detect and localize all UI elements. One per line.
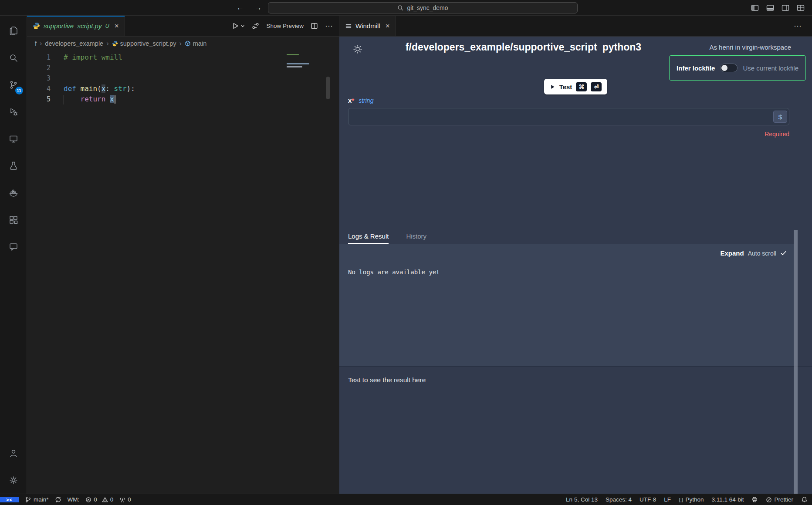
more-actions-icon[interactable]: ⋯ xyxy=(325,21,333,31)
windmill-status-item[interactable]: WM: xyxy=(68,496,80,503)
checkmark-icon[interactable] xyxy=(780,250,787,256)
minimap[interactable] xyxy=(287,54,326,69)
extensions-icon[interactable] xyxy=(0,206,27,233)
braces-icon: {;} xyxy=(679,497,683,502)
argument-name: x* xyxy=(348,97,354,104)
scm-badge: 11 xyxy=(15,87,23,94)
webview-scrollbar[interactable] xyxy=(794,230,798,494)
code-line[interactable]: 3 xyxy=(27,73,339,84)
autoscroll-label[interactable]: Auto scroll xyxy=(748,250,776,257)
ports-count: 0 xyxy=(128,496,131,503)
breadcrumb-file[interactable]: supportive_script.py xyxy=(112,40,176,47)
toggle-sidebar-left-icon[interactable] xyxy=(751,3,759,12)
breadcrumb-root[interactable]: f xyxy=(35,40,37,47)
back-arrow-icon[interactable]: ← xyxy=(237,3,244,12)
settings-gear-icon[interactable] xyxy=(0,467,27,494)
split-editor-icon[interactable] xyxy=(311,22,318,30)
status-bar-left: >< main* WM: 0 0 0 xyxy=(0,496,131,503)
search-value: git_sync_demo xyxy=(407,4,448,11)
printer-item[interactable] xyxy=(751,496,758,503)
expand-button[interactable]: Expand xyxy=(720,249,744,257)
test-button[interactable]: Test ⌘ ⏎ xyxy=(544,79,608,94)
cursor-position-item[interactable]: Ln 5, Col 13 xyxy=(566,496,598,503)
toggle-sidebar-right-icon[interactable] xyxy=(781,3,790,12)
python-interpreter-item[interactable]: 3.11.1 64-bit xyxy=(711,496,744,503)
line-number[interactable]: 5 xyxy=(27,94,51,104)
warning-icon xyxy=(102,497,108,503)
windmill-tab-bar: Windmill × ⋯ xyxy=(339,16,812,37)
lockfile-toggle[interactable] xyxy=(720,64,738,72)
cmd-key-icon: ⌘ xyxy=(576,82,587,91)
search-sidebar-icon[interactable] xyxy=(0,44,27,71)
breadcrumb-separator: › xyxy=(40,40,42,47)
vscode-window: ← → git_sync_demo 11 xyxy=(0,0,812,505)
command-center-search[interactable]: git_sync_demo xyxy=(268,2,578,13)
toggle-panel-bottom-icon[interactable] xyxy=(766,3,775,12)
account-icon[interactable] xyxy=(0,440,27,467)
git-branch-item[interactable]: main* xyxy=(25,496,49,503)
breadcrumb-file-label: supportive_script.py xyxy=(120,40,176,47)
explorer-icon[interactable] xyxy=(0,17,27,44)
toggle-knob xyxy=(721,65,727,71)
remote-indicator[interactable]: >< xyxy=(0,497,19,502)
code-line[interactable]: 4def main(x: str): xyxy=(27,84,339,94)
more-actions-icon[interactable]: ⋯ xyxy=(794,16,812,36)
breadcrumb-symbol[interactable]: main xyxy=(185,40,206,47)
tab-logs-result[interactable]: Logs & Result xyxy=(348,232,389,244)
run-python-file-button[interactable] xyxy=(232,22,245,30)
remote-explorer-icon[interactable] xyxy=(0,125,27,152)
code-line[interactable]: 5 return x xyxy=(27,94,339,104)
sync-item[interactable] xyxy=(55,496,61,503)
line-number[interactable]: 4 xyxy=(27,84,51,94)
eol-item[interactable]: LF xyxy=(664,496,671,503)
run-debug-icon[interactable] xyxy=(0,98,27,125)
result-panel: Test to see the result here xyxy=(339,366,812,494)
encoding-item[interactable]: UTF-8 xyxy=(639,496,656,503)
tab-supportive-script[interactable]: supportive_script.py U × xyxy=(27,16,125,36)
show-preview-button[interactable]: Show Preview xyxy=(266,23,304,29)
tab-history[interactable]: History xyxy=(406,232,426,244)
insert-variable-button[interactable]: $ xyxy=(773,111,787,123)
workspace-context: As henri in virgin-workspace xyxy=(709,44,791,51)
breadcrumb-symbol-label: main xyxy=(193,40,206,47)
notifications-item[interactable] xyxy=(801,496,808,503)
customize-layout-icon[interactable] xyxy=(796,3,805,12)
language-mode-item[interactable]: {;} Python xyxy=(679,496,704,503)
indentation-item[interactable]: Spaces: 4 xyxy=(606,496,632,503)
editor-tab-bar: supportive_script.py U × Show Preview ⋯ xyxy=(27,16,339,37)
open-changes-icon[interactable] xyxy=(252,22,259,30)
problems-item[interactable]: 0 0 xyxy=(85,496,113,503)
text-cursor xyxy=(115,95,115,104)
titlebar: ← → git_sync_demo xyxy=(0,0,812,16)
close-tab-icon[interactable]: × xyxy=(115,22,119,30)
branch-icon xyxy=(25,496,31,503)
theme-toggle-sun-icon[interactable] xyxy=(352,44,363,54)
windmill-logo-icon xyxy=(345,23,352,30)
source-control-icon[interactable]: 11 xyxy=(0,71,27,98)
result-tabs: Logs & Result History xyxy=(339,230,794,244)
close-tab-icon[interactable]: × xyxy=(386,22,390,30)
minimap-mark xyxy=(287,63,309,64)
tab-windmill[interactable]: Windmill × xyxy=(339,16,396,36)
editor-scrollbar[interactable] xyxy=(326,77,330,99)
symbol-cube-icon xyxy=(185,40,191,47)
argument-x-input[interactable] xyxy=(348,108,789,125)
play-icon xyxy=(232,22,239,30)
forward-arrow-icon[interactable]: → xyxy=(254,3,262,12)
lockfile-options: Infer lockfile Use current lockfile xyxy=(669,55,806,81)
branch-name: main* xyxy=(34,496,49,503)
code-editor[interactable]: 1# import wmill234def main(x: str):5 ret… xyxy=(27,50,339,494)
prettier-item[interactable]: Prettier xyxy=(766,496,793,503)
docker-icon[interactable] xyxy=(0,179,27,206)
ports-item[interactable]: 0 xyxy=(119,496,131,503)
breadcrumb-folder[interactable]: developers_example xyxy=(45,40,103,47)
logs-toolbar: Expand Auto scroll xyxy=(720,249,787,257)
error-icon xyxy=(85,497,91,503)
line-number[interactable]: 2 xyxy=(27,63,51,73)
testing-icon[interactable] xyxy=(0,152,27,179)
comments-icon[interactable] xyxy=(0,233,27,260)
line-number[interactable]: 3 xyxy=(27,73,51,84)
breadcrumb-separator: › xyxy=(106,40,108,47)
line-number[interactable]: 1 xyxy=(27,52,51,63)
editor-actions: Show Preview ⋯ xyxy=(232,16,339,36)
